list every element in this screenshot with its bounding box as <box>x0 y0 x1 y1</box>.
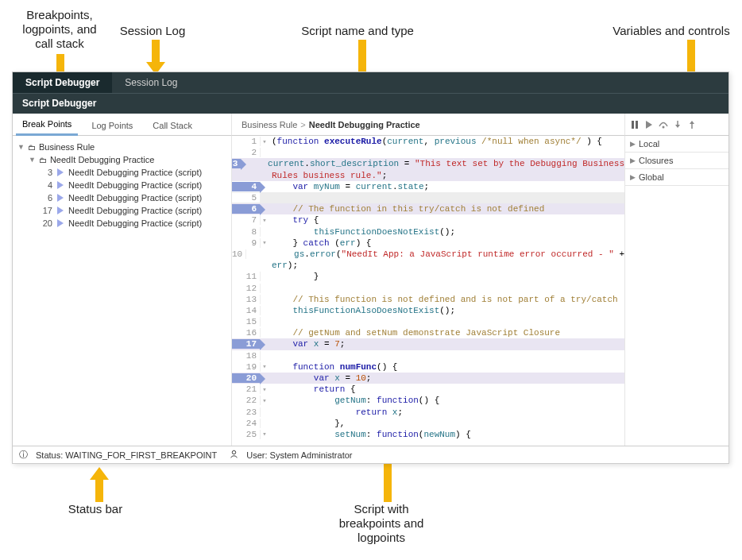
breakpoint-item[interactable]: 20NeedIt Debugging Practice (script) <box>17 217 226 230</box>
gutter-line-number[interactable]: 7 <box>232 215 261 225</box>
code-line[interactable]: 18 <box>232 350 624 361</box>
breakpoint-line: 17 <box>40 206 52 215</box>
code-line[interactable]: 1▾(function executeRule(current, previou… <box>232 136 624 147</box>
left-tab-bar: Break Points Log Points Call Stack <box>13 114 232 136</box>
code-line[interactable]: 15 <box>232 316 624 327</box>
code-line[interactable]: 16 // getNum and setNum demonstrate Java… <box>232 327 624 338</box>
breakpoint-marker-icon <box>57 194 64 202</box>
gutter-line-number[interactable]: 16 <box>232 328 261 338</box>
gutter-line-number[interactable]: 18 <box>232 351 261 361</box>
gutter-line-number[interactable]: 17 <box>232 339 261 349</box>
code-line[interactable]: 7▾ try { <box>232 214 624 226</box>
gutter-line-number[interactable]: 20 <box>232 373 261 383</box>
resume-icon[interactable] <box>644 120 654 129</box>
gutter-line-number[interactable]: 1 <box>232 137 261 146</box>
gutter-line-number[interactable]: 10 <box>232 249 246 259</box>
code-line[interactable]: 22▾ getNum: function() { <box>232 395 624 406</box>
scope-local[interactable]: ▶Local <box>625 136 728 153</box>
breakpoint-item[interactable]: 6NeedIt Debugging Practice (script) <box>17 191 226 204</box>
gutter-line-number[interactable]: 8 <box>232 227 261 237</box>
fold-icon[interactable]: ▾ <box>261 430 269 438</box>
svg-rect-0 <box>632 121 634 129</box>
step-out-icon[interactable] <box>687 120 697 129</box>
gutter-line-number[interactable]: 23 <box>232 407 261 417</box>
breakpoint-marker-icon <box>57 219 64 227</box>
breakpoint-item[interactable]: 4NeedIt Debugging Practice (script) <box>17 179 226 191</box>
scope-global[interactable]: ▶Global <box>625 169 728 186</box>
code-line[interactable]: 4 var myNum = current.state; <box>232 181 624 192</box>
user-value: System Administrator <box>270 450 353 460</box>
fold-icon[interactable]: ▾ <box>261 238 269 247</box>
code-line[interactable]: 21▾ return { <box>232 384 624 395</box>
gutter-line-number[interactable]: 13 <box>232 295 261 304</box>
code-line[interactable]: 3 current.short_description = "This text… <box>232 158 624 169</box>
callout-script-name: Script name and type <box>278 24 437 38</box>
tree-root[interactable]: ▼ 🗀 Business Rule <box>17 141 226 153</box>
code-line[interactable]: 23 return x; <box>232 407 624 418</box>
code-line[interactable]: 13 // This function is not defined and i… <box>232 294 624 305</box>
fold-icon[interactable]: ▾ <box>261 362 269 371</box>
gutter-line-number[interactable]: 2 <box>232 148 261 157</box>
code-line[interactable]: 20 var x = 10; <box>232 373 624 384</box>
code-line[interactable]: 8 thisFunctionDoesNotExist(); <box>232 226 624 238</box>
code-line[interactable]: 10 gs.error("NeedIt App: a JavaScript ru… <box>232 249 624 260</box>
code-line[interactable]: Rules business rule."; <box>232 170 624 181</box>
tab-script-debugger[interactable]: Script Debugger <box>13 72 112 93</box>
tree-label: NeedIt Debugging Practice <box>50 155 154 164</box>
caret-right-icon: ▶ <box>630 173 636 181</box>
code-line[interactable]: err); <box>232 260 624 271</box>
code-text: return x; <box>269 407 624 417</box>
code-line[interactable]: 19▾ function numFunc() { <box>232 361 624 373</box>
code-editor[interactable]: 1▾(function executeRule(current, previou… <box>232 136 625 446</box>
gutter-line-number[interactable]: 5 <box>232 193 261 203</box>
breakpoint-item[interactable]: 3NeedIt Debugging Practice (script) <box>17 166 226 179</box>
breakpoint-marker-icon <box>57 181 64 189</box>
scope-closures[interactable]: ▶Closures <box>625 153 728 169</box>
fold-icon[interactable]: ▾ <box>261 137 269 146</box>
code-line[interactable]: 2 <box>232 147 624 158</box>
caret-down-icon: ▼ <box>17 143 25 151</box>
code-line[interactable]: 12 <box>232 282 624 293</box>
gutter-line-number[interactable]: 15 <box>232 317 261 326</box>
code-line[interactable]: 5 <box>232 192 624 203</box>
breakpoint-item[interactable]: 17NeedIt Debugging Practice (script) <box>17 204 226 217</box>
tab-session-log[interactable]: Session Log <box>112 72 190 93</box>
tab-callstack[interactable]: Call Stack <box>146 114 199 135</box>
breakpoint-label: NeedIt Debugging Practice (script) <box>68 193 202 203</box>
gutter-line-number[interactable]: 21 <box>232 384 261 394</box>
tab-logpoints[interactable]: Log Points <box>85 114 139 135</box>
code-line[interactable]: 24 }, <box>232 418 624 429</box>
gutter-line-number[interactable]: 24 <box>232 419 261 428</box>
breadcrumb-separator: > <box>300 120 305 129</box>
fold-icon[interactable]: ▾ <box>261 216 269 225</box>
fold-icon[interactable]: ▾ <box>261 396 269 405</box>
arrow-down-icon <box>146 40 165 75</box>
gutter-line-number[interactable]: 22 <box>232 396 261 405</box>
tree-script[interactable]: ▼ 🗀 NeedIt Debugging Practice <box>17 153 226 166</box>
gutter-line-number[interactable]: 25 <box>232 430 261 439</box>
code-line[interactable]: 9▾ } catch (err) { <box>232 238 624 249</box>
callout-session-log: Session Log <box>113 24 192 38</box>
code-line[interactable]: 25▾ setNum: function(newNum) { <box>232 429 624 440</box>
code-line[interactable]: 11 } <box>232 271 624 282</box>
breakpoint-label: NeedIt Debugging Practice (script) <box>68 180 202 190</box>
gutter-line-number[interactable]: 14 <box>232 306 261 315</box>
code-line[interactable]: 6 // The function in this try/catch is n… <box>232 203 624 214</box>
folder-icon: 🗀 <box>28 143 36 152</box>
pause-icon[interactable] <box>630 120 640 129</box>
user-icon <box>230 450 238 460</box>
breakpoint-line: 20 <box>40 218 52 228</box>
gutter-line-number[interactable]: 6 <box>232 204 261 214</box>
gutter-line-number[interactable]: 3 <box>232 159 242 168</box>
step-into-icon[interactable] <box>673 120 682 129</box>
gutter-line-number[interactable]: 4 <box>232 182 261 191</box>
code-line[interactable]: 17 var x = 7; <box>232 338 624 350</box>
code-line[interactable]: 14 thisFunctionAlsoDoesNotExist(); <box>232 305 624 316</box>
gutter-line-number[interactable]: 19 <box>232 362 261 372</box>
gutter-line-number[interactable]: 12 <box>232 284 261 293</box>
fold-icon[interactable]: ▾ <box>261 385 269 394</box>
gutter-line-number[interactable]: 11 <box>232 272 261 281</box>
gutter-line-number[interactable]: 9 <box>232 238 261 248</box>
step-over-icon[interactable] <box>659 120 668 129</box>
tab-breakpoints[interactable]: Break Points <box>16 114 78 136</box>
